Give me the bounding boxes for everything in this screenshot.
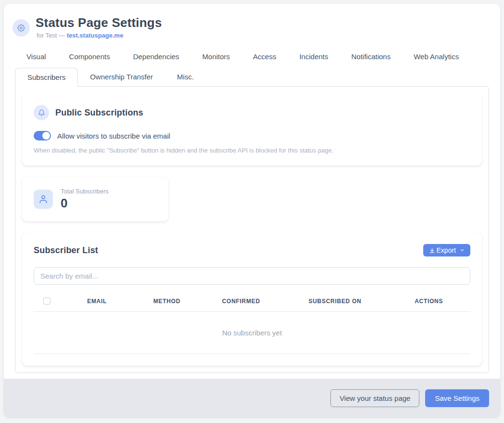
person-icon <box>34 190 53 209</box>
tab-row-1: Visual Components Dependencies Monitors … <box>15 48 489 66</box>
page-title: Status Page Settings <box>36 15 162 30</box>
subscribers-tab-panel: Public Subscriptions Allow visitors to s… <box>15 86 489 373</box>
tab-ownership-transfer[interactable]: Ownership Transfer <box>78 68 165 86</box>
header-text: Status Page Settings for Test — test.sta… <box>36 15 162 39</box>
save-settings-button[interactable]: Save Settings <box>425 389 489 407</box>
total-subscribers-card: Total Subscribers 0 <box>22 177 168 221</box>
export-button[interactable]: Export <box>423 244 470 256</box>
export-button-label: Export <box>437 246 456 254</box>
page-header: Status Page Settings for Test — test.sta… <box>4 4 500 44</box>
search-input[interactable] <box>34 267 470 285</box>
column-subscribed-on: SUBSCRIBED ON <box>283 298 388 305</box>
subscribe-toggle-row: Allow visitors to subscribe via email <box>34 131 470 141</box>
subscribers-table: EMAIL METHOD CONFIRMED SUBSCRIBED ON ACT… <box>34 294 470 354</box>
subscriber-list-card: Subscriber List Export <box>22 232 482 366</box>
tab-visual[interactable]: Visual <box>15 48 58 66</box>
table-header-row: EMAIL METHOD CONFIRMED SUBSCRIBED ON ACT… <box>34 294 470 312</box>
column-confirmed: CONFIRMED <box>200 298 283 305</box>
column-email: EMAIL <box>60 298 134 305</box>
status-page-settings-card: Status Page Settings for Test — test.sta… <box>4 4 500 417</box>
tab-row-2: Subscribers Ownership Transfer Misc. <box>15 68 489 86</box>
tab-misc[interactable]: Misc. <box>165 68 206 86</box>
tab-subscribers[interactable]: Subscribers <box>15 68 78 87</box>
tab-incidents[interactable]: Incidents <box>288 48 340 66</box>
allow-subscribe-toggle[interactable] <box>34 131 51 141</box>
column-actions: ACTIONS <box>387 298 470 305</box>
public-subscriptions-header: Public Subscriptions <box>34 105 470 120</box>
subscriber-list-header: Subscriber List Export <box>34 244 470 256</box>
select-all-cell <box>34 297 60 305</box>
column-method: METHOD <box>134 298 200 305</box>
page-subtitle: for Test — test.statuspage.me <box>36 32 162 39</box>
public-subscriptions-heading: Public Subscriptions <box>55 108 143 118</box>
settings-tabs: Visual Components Dependencies Monitors … <box>15 48 489 86</box>
gear-icon <box>13 19 30 37</box>
toggle-label: Allow visitors to subscribe via email <box>57 132 170 140</box>
view-status-page-button[interactable]: View your status page <box>330 389 419 407</box>
empty-state-text: No subscribers yet <box>34 312 470 354</box>
subtitle-prefix: for Test — <box>37 32 67 39</box>
total-subscribers-value: 0 <box>61 196 109 211</box>
public-subscriptions-card: Public Subscriptions Allow visitors to s… <box>22 93 482 166</box>
tab-components[interactable]: Components <box>58 48 122 66</box>
tab-dependencies[interactable]: Dependencies <box>122 48 191 66</box>
toggle-knob <box>42 132 50 140</box>
stat-text: Total Subscribers 0 <box>61 188 109 211</box>
settings-footer: View your status page Save Settings <box>4 379 500 417</box>
bell-icon <box>34 105 49 120</box>
download-icon <box>429 247 435 254</box>
subscriber-list-heading: Subscriber List <box>34 245 98 256</box>
select-all-checkbox[interactable] <box>43 297 50 305</box>
tab-monitors[interactable]: Monitors <box>191 48 242 66</box>
total-subscribers-label: Total Subscribers <box>61 188 109 195</box>
status-page-link[interactable]: test.statuspage.me <box>67 32 124 39</box>
chevron-down-icon <box>460 248 465 253</box>
tab-access[interactable]: Access <box>241 48 288 66</box>
toggle-helper-text: When disabled, the public "Subscribe" bu… <box>34 147 470 154</box>
tab-web-analytics[interactable]: Web Analytics <box>402 48 470 66</box>
tab-notifications[interactable]: Notifications <box>340 48 403 66</box>
